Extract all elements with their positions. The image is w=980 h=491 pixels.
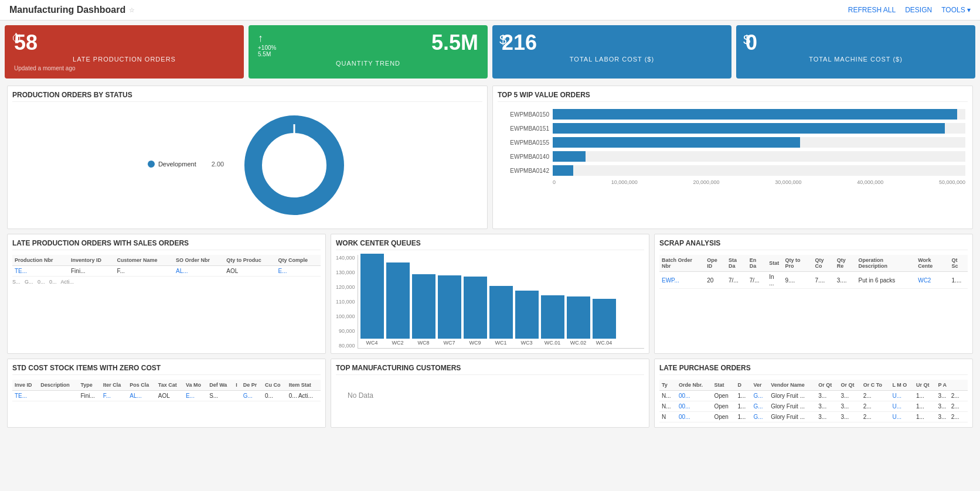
kpi-row: ⏱ 58 LATE PRODUCTION ORDERS Updated a mo… [5, 25, 975, 79]
page-title: Manufacturing Dashboard [9, 5, 125, 15]
legend-item-development: Development 2.00 [148, 161, 224, 168]
kpi-total-labor-label: TOTAL LABOR COST ($) [502, 56, 722, 63]
kpi-total-machine[interactable]: $ 0 TOTAL MACHINE COST ($) [736, 25, 975, 79]
wc-bar-wc7: WC7 [438, 275, 461, 346]
wc-bar-wc01: WC.01 [541, 295, 564, 346]
wc-bar-wc2: WC2 [386, 262, 410, 346]
wc-bar-wc4: WC4 [360, 254, 384, 346]
kpi-total-machine-label: TOTAL MACHINE COST ($) [746, 56, 966, 63]
scrap-analysis-section: SCRAP ANALYSIS Batch Order Nbr Ope ID St… [654, 234, 973, 354]
std-cost-stock-title: STD COST STOCK ITEMS WITH ZERO COST [12, 364, 321, 375]
wc-bar-wc9: WC9 [464, 277, 487, 346]
refresh-all-button[interactable]: REFRESH ALL [848, 6, 896, 14]
table-row: TE... Fini... F... AL... AOL E... [12, 266, 321, 277]
wc-bar-wc04: WC.04 [593, 299, 616, 346]
late-purchase-orders-table: Ty Orde Nbr. Stat D Ver Vendor Name Or Q… [659, 380, 968, 422]
wc-bar-wc3: WC3 [515, 291, 539, 346]
late-production-orders-title: LATE PRODUCTION ORDERS WITH SALES ORDERS [12, 239, 321, 250]
legend-label-development: Development [158, 161, 196, 168]
mid-row: LATE PRODUCTION ORDERS WITH SALES ORDERS… [5, 231, 975, 356]
wc-chart: WC4 WC2 WC8 WC7 WC9 WC1 WC3 WC.01 WC.02 … [358, 255, 644, 349]
scrap-analysis-table: Batch Order Nbr Ope ID Sta Da En Da Stat… [659, 255, 968, 289]
top5-wip-title: TOP 5 WIP VALUE ORDERS [498, 91, 968, 102]
header: Manufacturing Dashboard ☆ REFRESH ALL DE… [0, 0, 980, 21]
legend-value-development: 2.00 [212, 161, 224, 168]
arrow-up-icon: ↑ [258, 32, 263, 44]
kpi-late-orders-label: LATE PRODUCTION ORDERS [14, 56, 234, 63]
wip-row-2: EWPMBA0155 [500, 137, 965, 148]
kpi-total-labor[interactable]: $ 216 TOTAL LABOR COST ($) [492, 25, 731, 79]
design-button[interactable]: DESIGN [905, 6, 932, 14]
wip-row-3: EWPMBA0140 [500, 151, 965, 162]
legend-dot-development [148, 161, 155, 168]
kpi-quantity-trend[interactable]: ↑ +100%5.5M 5.5M QUANTITY TREND [249, 25, 488, 79]
wip-axis: 0 10,000,000 20,000,000 30,000,000 40,00… [553, 179, 965, 185]
svg-point-1 [274, 145, 315, 186]
production-orders-status-section: PRODUCTION ORDERS BY STATUS Development … [7, 86, 488, 229]
late-purchase-orders-section: LATE PURCHASE ORDERS Ty Orde Nbr. Stat D… [654, 359, 973, 428]
kpi-late-orders[interactable]: ⏱ 58 LATE PRODUCTION ORDERS Updated a mo… [5, 25, 244, 79]
wc-bar-wc1: WC1 [489, 286, 513, 346]
wc-y-labels: 140,000 130,000 120,000 110,000 100,000 … [336, 255, 358, 349]
wc-bar-wc02: WC.02 [567, 296, 590, 346]
kpi-total-labor-value: 216 [502, 32, 537, 53]
table-row: TE... Fini... F... AL... AOL E... S... G… [12, 391, 321, 401]
wip-row-0: EWPMBA0150 [500, 109, 965, 120]
star-icon[interactable]: ☆ [129, 6, 135, 14]
table-row: EWP... 20 7/... 7/... In ... 9.... 7....… [659, 272, 968, 289]
production-orders-status-title: PRODUCTION ORDERS BY STATUS [12, 91, 482, 102]
top-mfg-customers-no-data: No Data [336, 380, 644, 411]
top-mfg-customers-section: TOP MANUFACTURING CUSTOMERS No Data [331, 359, 649, 428]
work-center-queues-title: WORK CENTER QUEUES [336, 239, 644, 250]
late-production-orders-section: LATE PRODUCTION ORDERS WITH SALES ORDERS… [7, 234, 326, 354]
donut-chart-area: Development 2.00 [12, 107, 482, 224]
wip-chart: EWPMBA0150 EWPMBA0151 EWPMBA0155 EWPMBA0… [498, 107, 968, 187]
wc-chart-wrapper: 140,000 130,000 120,000 110,000 100,000 … [336, 255, 644, 349]
late-purchase-orders-title: LATE PURCHASE ORDERS [659, 364, 968, 375]
clock-icon: ⏱ [12, 32, 22, 45]
dollar-icon-labor: $ [499, 32, 506, 47]
top-mfg-customers-title: TOP MANUFACTURING CUSTOMERS [336, 364, 644, 375]
top-charts-row: PRODUCTION ORDERS BY STATUS Development … [5, 83, 975, 231]
wip-row-4: EWPMBA0142 [500, 165, 965, 176]
wc-bar-wc8: WC8 [412, 274, 435, 346]
top5-wip-section: TOP 5 WIP VALUE ORDERS EWPMBA0150 EWPMBA… [492, 86, 973, 229]
work-center-queues-section: WORK CENTER QUEUES 140,000 130,000 120,0… [331, 234, 649, 354]
table-row: N... 00... Open 1... G... Glory Fruit ..… [659, 401, 968, 412]
kpi-quantity-trend-value: 5.5M [431, 32, 478, 53]
table-row: N... 00... Open 1... G... Glory Fruit ..… [659, 391, 968, 401]
dollar-icon-machine: $ [743, 32, 750, 47]
scrap-analysis-title: SCRAP ANALYSIS [659, 239, 968, 250]
std-cost-stock-table: Inve ID Description Type Iter Cla Pos Cl… [12, 380, 321, 401]
late-production-orders-table: Production Nbr Inventory ID Customer Nam… [12, 255, 321, 277]
std-cost-stock-section: STD COST STOCK ITEMS WITH ZERO COST Inve… [7, 359, 326, 428]
wip-row-1: EWPMBA0151 [500, 123, 965, 134]
tools-button[interactable]: TOOLS ▾ [941, 6, 971, 14]
kpi-quantity-trend-label: QUANTITY TREND [258, 60, 478, 67]
kpi-trend-text: +100%5.5M [258, 45, 276, 57]
bottom-row: STD COST STOCK ITEMS WITH ZERO COST Inve… [5, 356, 975, 430]
kpi-late-orders-updated: Updated a moment ago [14, 65, 234, 71]
table-row: N 00... Open 1... G... Glory Fruit ... 3… [659, 412, 968, 422]
donut-chart-svg [241, 112, 347, 218]
